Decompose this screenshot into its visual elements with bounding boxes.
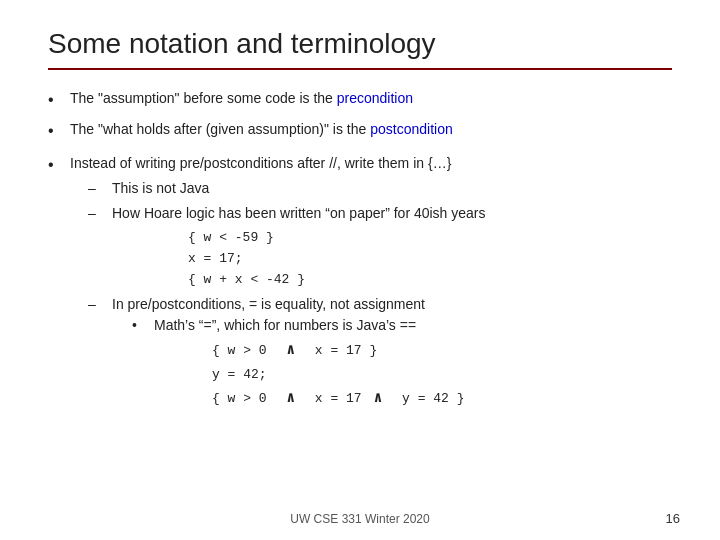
bullet-content-3: Instead of writing pre/postconditions af… bbox=[70, 153, 486, 417]
code-line-1: { w < -59 } bbox=[188, 228, 486, 249]
code-block-1: { w < -59 } x = 17; { w + x < -42 } bbox=[188, 228, 486, 290]
dash-item-2: – How Hoare logic has been written “on p… bbox=[88, 203, 486, 224]
bullet-dot-1: • bbox=[48, 88, 66, 112]
bullet-dot-3: • bbox=[48, 153, 66, 177]
dash-text-1: This is not Java bbox=[112, 178, 209, 199]
bullet-item-1: • The "assumption" before some code is t… bbox=[48, 88, 672, 112]
slide: Some notation and terminology • The "ass… bbox=[0, 0, 720, 540]
dash-1: – bbox=[88, 178, 108, 199]
inner-bullet-1: • Math’s “=”, which for numbers is Java’… bbox=[132, 315, 465, 336]
dash-text-3: In pre/postconditions, = is equality, no… bbox=[112, 296, 425, 312]
bullet-section-1: • The "assumption" before some code is t… bbox=[48, 88, 672, 143]
dash-item-3: – In pre/postconditions, = is equality, … bbox=[88, 294, 486, 413]
page-number: 16 bbox=[666, 511, 680, 526]
code2-line2: y = 42; bbox=[212, 364, 465, 386]
code2-line3: { w > 0 ∧ x = 17 ∧ y = 42 } bbox=[212, 386, 465, 412]
code-line-3: { w + x < -42 } bbox=[188, 270, 486, 291]
bullet-text-2: The "what holds after (given assumption)… bbox=[70, 119, 453, 140]
bullet-dot-2: • bbox=[48, 119, 66, 143]
dash-text-2: How Hoare logic has been written “on pap… bbox=[112, 203, 486, 224]
title-divider bbox=[48, 68, 672, 70]
inner-bullet-dot: • bbox=[132, 315, 150, 336]
postcondition-highlight: postcondition bbox=[370, 121, 453, 137]
dash-content-3: In pre/postconditions, = is equality, no… bbox=[112, 294, 465, 413]
dash-3: – bbox=[88, 294, 108, 315]
bullet-text-1: The "assumption" before some code is the… bbox=[70, 88, 413, 109]
precondition-highlight: precondition bbox=[337, 90, 413, 106]
inner-bullet-text: Math’s “=”, which for numbers is Java’s … bbox=[154, 315, 416, 336]
bullet-item-3: • Instead of writing pre/postconditions … bbox=[48, 153, 672, 417]
code2-line1: { w > 0 ∧ x = 17 } bbox=[212, 338, 465, 364]
sub-section-3: – This is not Java – How Hoare logic has… bbox=[88, 178, 486, 413]
code-line-2: x = 17; bbox=[188, 249, 486, 270]
footer: UW CSE 331 Winter 2020 bbox=[0, 512, 720, 526]
sub-sub-section: • Math’s “=”, which for numbers is Java’… bbox=[132, 315, 465, 411]
bullet-text-3: Instead of writing pre/postconditions af… bbox=[70, 155, 451, 171]
code-block-2: { w > 0 ∧ x = 17 } y = 42; { w > 0 ∧ x =… bbox=[212, 338, 465, 411]
slide-title: Some notation and terminology bbox=[48, 28, 672, 60]
dash-2: – bbox=[88, 203, 108, 224]
dash-item-1: – This is not Java bbox=[88, 178, 486, 199]
bullet-item-2: • The "what holds after (given assumptio… bbox=[48, 119, 672, 143]
